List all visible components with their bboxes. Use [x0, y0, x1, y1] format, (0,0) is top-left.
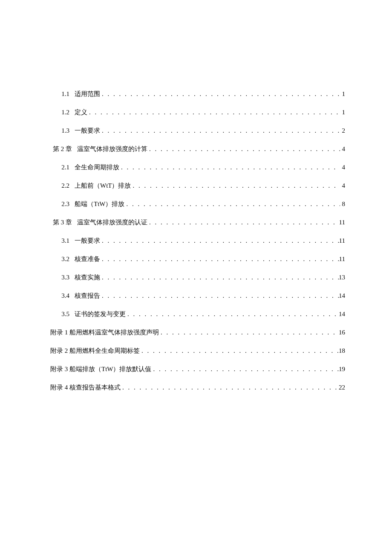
toc-leader-dots: . . . . . . . . . . . . . . . . . . . . …	[100, 236, 339, 245]
toc-section-number: 1.3	[50, 126, 75, 135]
toc-page-number: 4	[340, 163, 345, 172]
toc-section-title: 船端（TtW）排放	[75, 200, 125, 209]
toc-page-number: 16	[339, 328, 345, 337]
toc-section-title: 一般要求	[75, 236, 100, 245]
toc-page-number: 4	[340, 181, 345, 190]
toc-section-title: 证书的签发与变更	[75, 310, 126, 319]
toc-leader-dots: . . . . . . . . . . . . . . . . . . . . …	[100, 273, 339, 282]
toc-leader-dots: . . . . . . . . . . . . . . . . . . . . …	[147, 218, 339, 227]
toc-page-number: 13	[339, 273, 345, 282]
toc-chapter-title: 温室气体排放强度的认证	[77, 218, 147, 227]
toc-entry: 3.3核查实施. . . . . . . . . . . . . . . . .…	[50, 273, 345, 282]
toc-page-number: 8	[340, 200, 345, 209]
toc-page-number: 11	[339, 218, 345, 227]
toc-page-number: 1	[340, 90, 345, 99]
toc-section-title: 核查准备	[75, 255, 100, 264]
table-of-contents: 1.1适用范围. . . . . . . . . . . . . . . . .…	[50, 90, 345, 392]
toc-section-title: 核查实施	[75, 273, 100, 282]
toc-leader-dots: . . . . . . . . . . . . . . . . . . . . …	[100, 126, 340, 135]
toc-page-number: 11	[339, 236, 345, 245]
toc-section-number: 3.5	[50, 310, 75, 319]
toc-entry: 附录 1 船用燃料温室气体排放强度声明. . . . . . . . . . .…	[50, 328, 345, 337]
toc-leader-dots: . . . . . . . . . . . . . . . . . . . . …	[87, 108, 340, 117]
toc-section-title: 全生命周期排放	[75, 163, 119, 172]
toc-chapter-title: 温室气体排放强度的计算	[77, 145, 147, 154]
toc-entry: 1.2定义. . . . . . . . . . . . . . . . . .…	[50, 108, 345, 117]
toc-page-number: 2	[340, 126, 345, 135]
toc-leader-dots: . . . . . . . . . . . . . . . . . . . . …	[147, 145, 340, 154]
toc-leader-dots: . . . . . . . . . . . . . . . . . . . . …	[119, 163, 340, 172]
toc-section-number: 2.3	[50, 200, 75, 209]
toc-section-title: 定义	[75, 108, 87, 117]
toc-appendix-title: 附录 2 船用燃料全生命周期标签	[50, 346, 140, 355]
toc-entry: 1.3一般要求. . . . . . . . . . . . . . . . .…	[50, 126, 345, 135]
toc-section-number: 3.4	[50, 291, 75, 300]
toc-appendix-title: 附录 3 船端排放（TtW）排放默认值	[50, 365, 152, 374]
toc-entry: 附录 2 船用燃料全生命周期标签. . . . . . . . . . . . …	[50, 346, 345, 355]
toc-entry: 2.1全生命周期排放. . . . . . . . . . . . . . . …	[50, 163, 345, 172]
toc-leader-dots: . . . . . . . . . . . . . . . . . . . . …	[125, 200, 340, 209]
toc-page-number: 14	[339, 310, 345, 319]
toc-leader-dots: . . . . . . . . . . . . . . . . . . . . …	[100, 255, 339, 264]
toc-chapter-number: 第 2 章	[50, 145, 77, 154]
toc-page-number: 4	[340, 145, 345, 154]
toc-section-title: 核查报告	[75, 291, 100, 300]
toc-page-number: 22	[339, 383, 345, 392]
toc-section-title: 适用范围	[75, 90, 100, 99]
toc-leader-dots: . . . . . . . . . . . . . . . . . . . . …	[131, 181, 340, 190]
toc-section-number: 2.1	[50, 163, 75, 172]
toc-section-number: 1.1	[50, 90, 75, 99]
toc-entry: 2.3船端（TtW）排放. . . . . . . . . . . . . . …	[50, 200, 345, 209]
toc-section-number: 3.2	[50, 255, 75, 264]
toc-entry: 附录 4 核查报告基本格式. . . . . . . . . . . . . .…	[50, 383, 345, 392]
toc-section-number: 3.1	[50, 236, 75, 245]
toc-entry: 附录 3 船端排放（TtW）排放默认值. . . . . . . . . . .…	[50, 365, 345, 374]
toc-section-number: 2.2	[50, 181, 75, 190]
toc-section-title: 一般要求	[75, 126, 100, 135]
toc-entry: 3.5证书的签发与变更. . . . . . . . . . . . . . .…	[50, 310, 345, 319]
toc-leader-dots: . . . . . . . . . . . . . . . . . . . . …	[126, 310, 339, 319]
toc-appendix-title: 附录 4 核查报告基本格式	[50, 383, 121, 392]
toc-page-number: 11	[339, 255, 345, 264]
toc-leader-dots: . . . . . . . . . . . . . . . . . . . . …	[100, 90, 340, 99]
toc-entry: 1.1适用范围. . . . . . . . . . . . . . . . .…	[50, 90, 345, 99]
toc-section-number: 3.3	[50, 273, 75, 282]
toc-entry: 第 3 章温室气体排放强度的认证. . . . . . . . . . . . …	[50, 218, 345, 227]
toc-appendix-title: 附录 1 船用燃料温室气体排放强度声明	[50, 328, 159, 337]
toc-entry: 3.2核查准备. . . . . . . . . . . . . . . . .…	[50, 255, 345, 264]
toc-page-number: 19	[339, 365, 345, 374]
toc-entry: 3.1一般要求. . . . . . . . . . . . . . . . .…	[50, 236, 345, 245]
toc-page-number: 14	[339, 291, 345, 300]
toc-leader-dots: . . . . . . . . . . . . . . . . . . . . …	[121, 383, 339, 392]
toc-page-number: 18	[339, 346, 345, 355]
toc-section-title: 上船前（WtT）排放	[75, 181, 131, 190]
toc-leader-dots: . . . . . . . . . . . . . . . . . . . . …	[140, 346, 339, 355]
toc-section-number: 1.2	[50, 108, 75, 117]
toc-entry: 第 2 章温室气体排放强度的计算. . . . . . . . . . . . …	[50, 145, 345, 154]
toc-chapter-number: 第 3 章	[50, 218, 77, 227]
toc-page-number: 1	[340, 108, 345, 117]
toc-leader-dots: . . . . . . . . . . . . . . . . . . . . …	[100, 291, 339, 300]
toc-leader-dots: . . . . . . . . . . . . . . . . . . . . …	[152, 365, 339, 374]
toc-entry: 2.2上船前（WtT）排放. . . . . . . . . . . . . .…	[50, 181, 345, 190]
toc-leader-dots: . . . . . . . . . . . . . . . . . . . . …	[159, 328, 339, 337]
toc-entry: 3.4核查报告. . . . . . . . . . . . . . . . .…	[50, 291, 345, 300]
